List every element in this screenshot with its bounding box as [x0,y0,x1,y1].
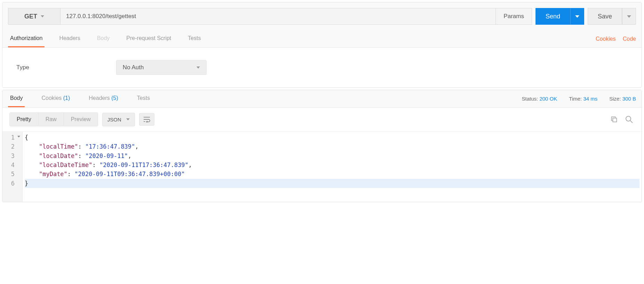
url-input[interactable] [66,13,490,20]
search-icon [625,115,633,124]
view-mode-group: Pretty Raw Preview [9,112,98,126]
format-select[interactable]: JSON [102,113,135,126]
line-number: 5 [8,169,19,179]
tab-body[interactable]: Body [95,30,112,47]
copy-button[interactable] [609,114,619,125]
headers-count: (5) [111,95,118,101]
save-button[interactable]: Save [588,8,622,25]
request-bar: GET Params Send Save [2,2,642,30]
response-tab-headers[interactable]: Headers (5) [87,90,120,107]
params-label: Params [504,13,524,20]
tab-headers[interactable]: Headers [57,30,82,47]
line-number: 6 [8,179,19,188]
response-tabs-row: Body Cookies (1) Headers (5) Tests Statu… [2,90,642,108]
wrap-icon [143,116,151,123]
cookies-label: Cookies [41,95,62,101]
chevron-down-icon [126,118,130,120]
chevron-down-icon [627,15,631,18]
time-label: Time: [569,96,582,102]
response-meta: Status: 200 OK Time: 34 ms Size: 300 B [522,96,636,102]
save-dropdown-button[interactable] [622,8,636,25]
chevron-down-icon [41,15,44,17]
svg-rect-2 [613,118,617,122]
response-tab-body[interactable]: Body [8,90,25,107]
svg-point-3 [626,116,631,121]
send-button-group: Send [536,8,584,25]
code-line: "localDate": "2020-09-11", [25,151,639,160]
size-label: Size: [609,96,621,102]
request-tabs: Authorization Headers Body Pre-request S… [8,30,596,47]
code-line: } [25,179,639,188]
viewer-toolbar: Pretty Raw Preview JSON [2,108,642,131]
method-label: GET [24,13,37,20]
headers-label: Headers [89,95,110,101]
code-line: "localTime": "17:36:47.839", [25,142,639,151]
request-links: Cookies Code [596,36,636,42]
code-content: { "localTime": "17:36:47.839", "localDat… [23,132,642,202]
params-button[interactable]: Params [496,8,532,25]
auth-type-value: No Auth [123,64,144,71]
auth-section: Type No Auth [2,48,642,87]
search-button[interactable] [623,114,635,125]
tab-tests[interactable]: Tests [186,30,203,47]
line-number: 4 [8,160,19,169]
cookies-link[interactable]: Cookies [596,36,616,42]
response-tabs: Body Cookies (1) Headers (5) Tests [8,90,522,107]
svg-line-4 [630,120,633,123]
tab-authorization[interactable]: Authorization [8,30,45,47]
send-button[interactable]: Send [536,8,570,25]
code-link[interactable]: Code [623,36,636,42]
preview-button[interactable]: Preview [64,113,98,126]
url-input-wrapper [60,8,496,25]
request-tabs-row: Authorization Headers Body Pre-request S… [2,30,642,48]
send-dropdown-button[interactable] [570,8,584,25]
code-line: { [25,133,639,142]
raw-button[interactable]: Raw [38,113,64,126]
response-panel: Body Cookies (1) Headers (5) Tests Statu… [2,90,642,202]
code-line: "myDate": "2020-09-11T09:36:47.839+00:00… [25,169,639,179]
auth-type-label: Type [16,64,29,71]
fold-icon[interactable] [17,136,20,137]
response-tab-tests[interactable]: Tests [135,90,152,107]
line-number: 2 [8,142,19,151]
copy-icon [610,116,618,123]
status-meta: Status: 200 OK [522,96,557,102]
chevron-down-icon [196,66,200,69]
format-label: JSON [107,117,121,123]
chevron-down-icon [575,15,579,18]
time-meta: Time: 34 ms [569,96,597,102]
response-body-viewer[interactable]: 123456 { "localTime": "17:36:47.839", "l… [2,131,642,202]
status-label: Status: [522,96,538,102]
save-label: Save [598,13,612,20]
line-gutter: 123456 [2,132,23,202]
cookies-count: (1) [63,95,70,101]
line-number: 1 [8,133,19,142]
wrap-lines-button[interactable] [139,113,154,126]
size-meta: Size: 300 B [609,96,636,102]
request-panel: GET Params Send Save [2,2,642,88]
tab-prerequest-script[interactable]: Pre-request Script [124,30,173,47]
line-number: 3 [8,151,19,160]
send-label: Send [546,13,560,20]
url-group: GET Params [8,8,532,25]
size-value: 300 B [622,96,636,102]
method-select[interactable]: GET [8,8,60,25]
code-line: "localDateTime": "2020-09-11T17:36:47.83… [25,160,639,169]
time-value: 34 ms [583,96,597,102]
status-value: 200 OK [539,96,557,102]
response-tab-cookies[interactable]: Cookies (1) [39,90,72,107]
save-button-group: Save [588,8,636,25]
pretty-button[interactable]: Pretty [10,113,38,126]
auth-type-select[interactable]: No Auth [116,60,207,75]
